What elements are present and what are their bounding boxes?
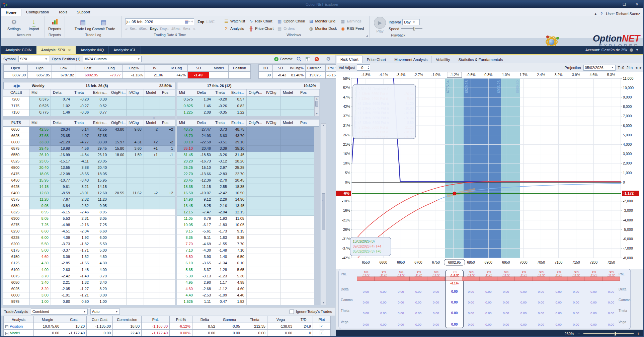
option-cell[interactable] bbox=[247, 165, 264, 171]
option-cell[interactable] bbox=[247, 127, 264, 133]
option-cell[interactable] bbox=[109, 273, 127, 280]
option-cell[interactable]: 6.10 bbox=[177, 260, 195, 267]
ribbon-button-commit-trade[interactable]: ▤Commit Trade bbox=[94, 19, 113, 31]
option-cell[interactable]: -26.34 bbox=[51, 127, 72, 133]
option-cell[interactable]: 3.00 bbox=[91, 292, 109, 299]
option-cell[interactable]: -5.53 bbox=[51, 216, 72, 222]
option-cell[interactable] bbox=[298, 209, 314, 216]
option-cell[interactable]: -1.32 bbox=[72, 280, 91, 286]
option-cell[interactable] bbox=[247, 299, 264, 305]
option-cell[interactable]: -6.15 bbox=[51, 209, 72, 216]
time-step-Dayplus[interactable]: Day+ bbox=[160, 27, 169, 31]
resize-handle[interactable]: ∷ bbox=[310, 118, 313, 121]
option-cell[interactable]: -0.36 bbox=[72, 110, 91, 116]
option-cell[interactable] bbox=[298, 178, 314, 184]
strategy-select[interactable]: #674 Custom▼ bbox=[83, 56, 142, 62]
option-cell[interactable] bbox=[298, 248, 314, 254]
option-cell[interactable]: -3.65 bbox=[195, 260, 213, 267]
option-cell[interactable] bbox=[109, 133, 127, 139]
window-button-option-chain[interactable]: ▥Option Chain bbox=[277, 18, 305, 24]
option-cell[interactable] bbox=[264, 209, 281, 216]
exp-label[interactable]: Exp bbox=[197, 20, 204, 24]
option-cell[interactable] bbox=[264, 133, 281, 139]
option-cell[interactable]: 8.05 bbox=[29, 216, 51, 222]
option-cell[interactable]: 20.45 bbox=[229, 178, 247, 184]
option-cell[interactable] bbox=[264, 254, 281, 260]
option-cell[interactable]: -2.70 bbox=[213, 178, 229, 184]
option-cell[interactable] bbox=[144, 158, 160, 165]
option-cell[interactable] bbox=[281, 203, 298, 209]
option-cell[interactable]: 11.20 bbox=[91, 197, 109, 203]
settings-gear-icon[interactable]: ⚙ bbox=[326, 56, 331, 62]
option-cell[interactable]: 3.20 bbox=[91, 286, 109, 292]
option-cell[interactable] bbox=[298, 254, 314, 260]
option-cell[interactable] bbox=[160, 158, 175, 165]
option-cell[interactable] bbox=[109, 267, 127, 273]
option-cell[interactable]: 0.38 bbox=[91, 96, 109, 103]
option-cell[interactable]: -18.50 bbox=[195, 152, 213, 158]
option-cell[interactable] bbox=[298, 190, 314, 197]
option-cell[interactable]: 15.97 bbox=[109, 139, 127, 146]
strike-cell[interactable]: 6350 bbox=[3, 203, 29, 209]
option-cell[interactable]: -10.77 bbox=[51, 178, 72, 184]
option-cell[interactable]: -1.12 bbox=[213, 286, 229, 292]
option-cell[interactable] bbox=[160, 110, 175, 116]
option-cell[interactable] bbox=[264, 228, 281, 235]
option-cell[interactable]: 33.30 bbox=[29, 139, 51, 146]
option-cell[interactable]: 3.70 bbox=[29, 273, 51, 280]
analysis-tab-cl[interactable]: Analysis: /CL bbox=[109, 46, 141, 54]
option-cell[interactable] bbox=[127, 133, 144, 139]
option-cell[interactable]: -9.12 bbox=[195, 197, 213, 203]
option-cell[interactable] bbox=[144, 133, 160, 139]
ta-row-name[interactable]: +Model bbox=[4, 330, 34, 336]
option-cell[interactable]: -1.28 bbox=[213, 267, 229, 273]
option-cell[interactable]: 29.45 bbox=[91, 146, 109, 152]
option-cell[interactable]: -1.83 bbox=[213, 222, 229, 228]
option-cell[interactable] bbox=[144, 228, 160, 235]
ignore-trades-checkbox[interactable] bbox=[290, 310, 294, 314]
option-cell[interactable]: 20.40 bbox=[91, 165, 109, 171]
strike-cell[interactable]: 6600 bbox=[3, 139, 29, 146]
option-cell[interactable]: 3.40 bbox=[91, 280, 109, 286]
option-cell[interactable]: 6.60 bbox=[91, 228, 109, 235]
option-cell[interactable] bbox=[144, 171, 160, 178]
option-cell[interactable] bbox=[144, 209, 160, 216]
minimize-button[interactable]: – bbox=[605, 1, 618, 7]
option-cell[interactable] bbox=[144, 103, 160, 110]
option-cell[interactable]: 0.82 bbox=[229, 103, 247, 110]
option-cell[interactable] bbox=[127, 178, 144, 184]
option-cell[interactable]: 9.95 bbox=[91, 203, 109, 209]
option-cell[interactable] bbox=[247, 292, 264, 299]
option-cell[interactable] bbox=[127, 292, 144, 299]
option-cell[interactable]: +1 bbox=[144, 152, 160, 158]
option-cell[interactable] bbox=[281, 171, 298, 178]
option-cell[interactable]: 11.05 bbox=[229, 216, 247, 222]
option-cell[interactable] bbox=[160, 299, 175, 305]
option-cell[interactable]: -3.13 bbox=[195, 273, 213, 280]
option-cell[interactable]: -20.46 bbox=[195, 146, 213, 152]
strike-cell[interactable]: 6250 bbox=[3, 228, 29, 235]
option-cell[interactable]: 14.90 bbox=[229, 197, 247, 203]
option-cell[interactable]: 12.60 bbox=[91, 190, 109, 197]
option-cell[interactable]: 33.30 bbox=[91, 139, 109, 146]
option-cell[interactable] bbox=[160, 260, 175, 267]
option-cell[interactable] bbox=[247, 152, 264, 158]
option-cell[interactable]: -0.20 bbox=[72, 96, 91, 103]
option-cell[interactable]: -1.55 bbox=[72, 260, 91, 267]
option-cell[interactable] bbox=[127, 241, 144, 248]
option-cell[interactable]: -3.43 bbox=[72, 178, 91, 184]
option-cell[interactable]: -3.09 bbox=[51, 254, 72, 260]
option-cell[interactable] bbox=[109, 197, 127, 203]
strike-cell[interactable]: 6575 bbox=[3, 146, 29, 152]
option-cell[interactable] bbox=[109, 286, 127, 292]
option-cell[interactable]: +2 bbox=[160, 127, 175, 133]
option-cell[interactable] bbox=[281, 222, 298, 228]
option-cell[interactable]: -2.16 bbox=[213, 203, 229, 209]
zoom-in-icon[interactable]: + bbox=[637, 331, 640, 336]
option-cell[interactable]: 4.60 bbox=[29, 254, 51, 260]
option-cell[interactable] bbox=[247, 190, 264, 197]
option-cell[interactable]: 18.35 bbox=[229, 184, 247, 190]
strike-cell[interactable]: 6300 bbox=[3, 216, 29, 222]
option-cell[interactable]: 5.65 bbox=[177, 267, 195, 273]
strike-cell[interactable]: 7150 bbox=[3, 110, 29, 116]
